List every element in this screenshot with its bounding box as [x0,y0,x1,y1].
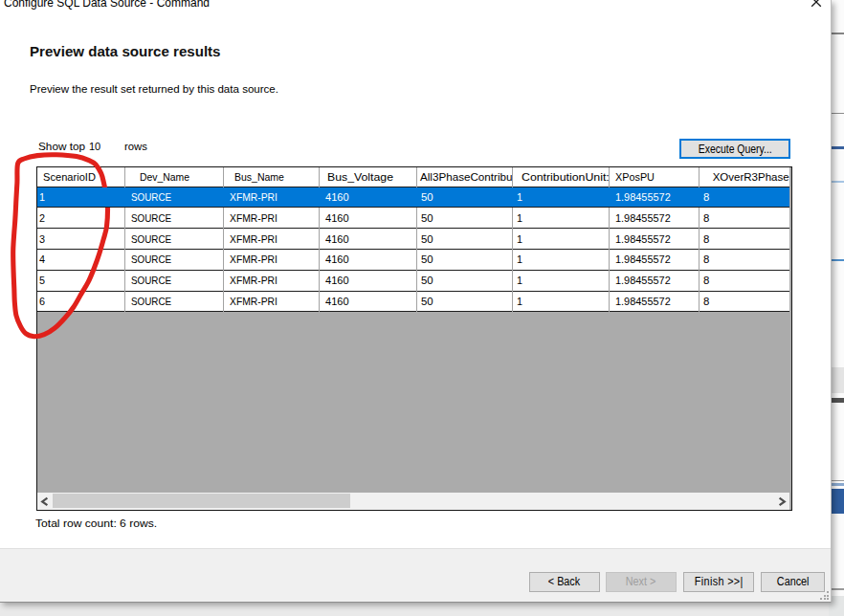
grid-cell[interactable]: 50 [417,208,513,228]
grid-cell[interactable]: 50 [417,250,513,270]
column-header-devname[interactable]: Dev_Name [125,167,225,187]
grid-cell[interactable]: 4160 [320,250,417,270]
next-button-label: Next > [626,573,656,591]
results-data-grid[interactable]: ScenarioIDDev_NameBus_NameBus_VoltageAll… [36,166,792,511]
cancel-button[interactable]: Cancel [761,572,825,592]
grid-row-2[interactable]: 2SOURCEXFMR-PRI41605011.984555728 [37,208,789,229]
grid-cell[interactable]: SOURCE [125,187,225,208]
close-icon[interactable] [811,0,822,8]
grid-cell[interactable]: 1.98455572 [610,187,700,208]
grid-cell[interactable]: 3 [37,229,125,249]
grid-cell[interactable]: 4160 [320,187,417,208]
scroll-left-arrow-icon[interactable] [37,493,54,510]
grid-cell[interactable]: XFMR-PRI [224,250,320,270]
grid-cell[interactable]: 8 [700,208,789,228]
column-header-label: ScenarioID [43,170,96,182]
cancel-button-label: Cancel [777,573,810,591]
grid-cell-value: XFMR-PRI [230,191,278,203]
grid-cell[interactable]: 1.98455572 [610,292,700,312]
grid-cell-value: 1 [517,296,522,307]
grip-dot [820,598,822,600]
column-header-xoverr3phase[interactable]: XOverR3Phase [700,167,789,187]
show-top-value[interactable]: 10 [89,140,100,153]
grid-cell[interactable]: 1.98455572 [610,250,700,270]
grid-cell-value: 4160 [325,191,349,203]
grid-cell[interactable]: 4160 [320,229,417,249]
grid-cell-value: 3 [39,233,45,245]
grid-cell[interactable]: XFMR-PRI [224,292,320,312]
grid-row-1[interactable]: 1SOURCEXFMR-PRI41605011.984555728 [37,187,789,209]
grid-cell[interactable]: 4 [37,250,125,270]
grid-cell-value: XFMR-PRI [230,296,278,307]
finish-button-label: Finish >>| [695,573,744,591]
grid-cell[interactable]: 1 [513,250,611,270]
grid-cell-value: 50 [421,191,433,203]
execute-query-button[interactable]: Execute Query... [679,139,790,159]
grid-cell-value: 50 [421,296,433,307]
grid-row-6[interactable]: 6SOURCEXFMR-PRI41605011.984555728 [37,292,789,313]
column-header-label: All3PhaseContribu [420,170,513,182]
grid-cell[interactable]: SOURCE [125,250,225,270]
grid-cell[interactable]: 50 [417,229,513,249]
grid-cell[interactable]: 1.98455572 [610,271,700,291]
scroll-right-arrow-icon[interactable] [773,493,789,510]
grid-cell[interactable]: 1.98455572 [610,208,700,228]
grip-dot [827,595,829,597]
show-top-label: Show top [38,140,85,153]
grid-cell[interactable]: 6 [37,292,125,312]
grid-row-3[interactable]: 3SOURCEXFMR-PRI41605011.984555728 [37,229,789,250]
grid-cell[interactable]: 50 [417,271,513,291]
grid-cell[interactable]: 8 [700,187,789,208]
grid-cell-value: 6 [39,296,45,307]
scrollbar-thumb[interactable] [53,494,350,508]
finish-button[interactable]: Finish >>| [683,572,754,592]
window-title: Configure SQL Data Source - Command [4,0,210,11]
grid-cell[interactable]: SOURCE [125,208,225,228]
grid-cell-value: 1.98455572 [615,253,671,265]
grid-cell[interactable]: XFMR-PRI [224,187,320,208]
grid-cell[interactable]: 5 [37,271,125,291]
grid-cell[interactable]: 1.98455572 [610,229,700,249]
grid-cell-value: 8 [703,191,709,203]
dialog-footer: < Back Next > Finish >>| Cancel [0,548,832,603]
grid-cell[interactable]: XFMR-PRI [224,229,320,249]
grid-cell[interactable]: 8 [700,250,789,270]
grid-cell[interactable]: 1 [513,187,611,208]
grid-cell[interactable]: SOURCE [125,271,225,291]
grid-cell[interactable]: 8 [700,229,789,249]
column-header-all3phasecontribu[interactable]: All3PhaseContribu [417,167,513,187]
grid-cell[interactable]: 8 [700,292,789,312]
horizontal-scrollbar[interactable] [37,493,789,510]
total-row-count-label: Total row count: 6 rows. [35,517,157,530]
grid-cell[interactable]: 8 [700,271,789,291]
grid-cell[interactable]: 50 [417,187,513,208]
grid-cell[interactable]: 4160 [320,208,417,228]
grid-cell[interactable]: 1 [513,292,611,312]
column-header-busvoltage[interactable]: Bus_Voltage [320,167,417,187]
grid-cell[interactable]: XFMR-PRI [224,271,320,291]
grid-cell[interactable]: 1 [513,271,611,291]
grid-cell-value: 4 [39,253,45,265]
grid-cell-value: 50 [421,233,433,245]
grid-cell[interactable]: 4160 [320,271,417,291]
resize-grip-icon[interactable] [820,591,830,601]
grid-row-4[interactable]: 4SOURCEXFMR-PRI41605011.984555728 [37,250,789,271]
grid-cell[interactable]: 4160 [320,292,417,312]
column-header-scenarioid[interactable]: ScenarioID [37,167,125,187]
grid-cell[interactable]: SOURCE [125,229,225,249]
column-header-busname[interactable]: Bus_Name [224,167,320,187]
grid-cell[interactable]: 2 [37,208,125,228]
grid-cell[interactable]: 1 [513,208,611,228]
show-top-rows-label: rows [124,140,147,153]
back-button[interactable]: < Back [529,572,600,592]
grid-cell[interactable]: 1 [513,229,611,249]
column-header-contributionunit[interactable]: ContributionUnit: [513,167,611,187]
grid-cell-value: 1 [517,253,522,265]
grid-cell[interactable]: XFMR-PRI [224,208,320,228]
grid-cell[interactable]: 1 [37,187,125,208]
grid-cell[interactable]: SOURCE [125,292,225,312]
column-header-xpospu[interactable]: XPosPU [610,167,700,187]
grid-cell[interactable]: 50 [417,292,513,312]
next-button: Next > [606,572,677,592]
grid-row-5[interactable]: 5SOURCEXFMR-PRI41605011.984555728 [37,271,789,292]
